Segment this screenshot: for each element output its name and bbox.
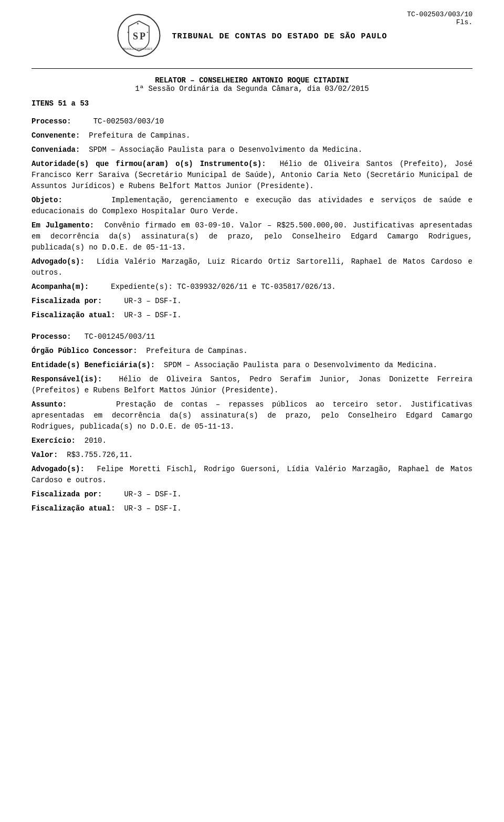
conveniada-line: Conveniada: SPDM – Associação Paulista p… xyxy=(32,144,472,155)
exercicio-line: Exercício: 2010. xyxy=(32,435,472,446)
svg-text:BRASILIA FIANT LEGES: BRASILIA FIANT LEGES xyxy=(123,47,153,50)
julgamento-line: Em Julgamento: Convênio firmado em 03-09… xyxy=(32,220,472,253)
relator-subtitle: 1ª Sessão Ordinária da Segunda Câmara, d… xyxy=(32,85,472,93)
processo-1-line: Processo: TC-002503/003/10 xyxy=(32,116,472,127)
header-title: TRIBUNAL DE CONTAS DO ESTADO DE SÃO PAUL… xyxy=(172,32,387,41)
fiscalizada-1-line: Fiscalizada por: UR-3 – DSF-I. xyxy=(32,296,472,307)
svg-text:★: ★ xyxy=(146,30,149,34)
doc-ref: TC-002503/003/10 Fls. xyxy=(407,11,472,26)
convenente-line: Convenente: Prefeitura de Campinas. xyxy=(32,130,472,141)
assunto-line: Assunto: Prestação de contas – repasses … xyxy=(32,399,472,432)
logo: S P ★ ★ ★ BRASILIA FIANT LEGES xyxy=(117,13,161,60)
autoridade-line: Autoridade(s) que firmou(aram) o(s) Inst… xyxy=(32,159,472,192)
separator-1 xyxy=(32,68,472,69)
svg-text:★: ★ xyxy=(136,21,139,26)
svg-text:★: ★ xyxy=(127,30,129,34)
objeto-line: Objeto: Implementação, gerenciamento e e… xyxy=(32,195,472,217)
relator-title: RELATOR – CONSELHEIRO ANTONIO ROQUE CITA… xyxy=(32,76,472,85)
itens-line: ITENS 51 a 53 xyxy=(32,99,472,108)
acompanha-line: Acompanha(m): Expediente(s): TC-039932/0… xyxy=(32,282,472,293)
svg-text:S: S xyxy=(133,31,138,41)
processo-2-line: Processo: TC-001245/003/11 xyxy=(32,331,472,342)
fiscalizacao-1-line: Fiscalização atual: UR-3 – DSF-I. xyxy=(32,310,472,321)
orgao-line: Órgão Público Concessor: Prefeitura de C… xyxy=(32,346,472,357)
responsavel-line: Responsável(is): Hélio de Oliveira Santo… xyxy=(32,374,472,396)
svg-text:P: P xyxy=(140,31,145,41)
advogado-1-line: Advogado(s): Lídia Valério Marzagão, Lui… xyxy=(32,256,472,278)
valor-line: Valor: R$3.755.726,11. xyxy=(32,450,472,461)
entidade-line: Entidade(s) Beneficiária(s): SPDM – Asso… xyxy=(32,360,472,371)
process-1-block: Processo: TC-002503/003/10 Convenente: P… xyxy=(32,116,472,321)
advogado-2-line: Advogado(s): Felipe Moretti Fischl, Rodr… xyxy=(32,464,472,486)
relator-section: RELATOR – CONSELHEIRO ANTONIO ROQUE CITA… xyxy=(32,76,472,93)
fiscalizacao-2-line: Fiscalização atual: UR-3 – DSF-I. xyxy=(32,503,472,514)
process-2-block: Processo: TC-001245/003/11 Órgão Público… xyxy=(32,331,472,514)
fiscalizada-2-line: Fiscalizada por: UR-3 – DSF-I. xyxy=(32,489,472,500)
